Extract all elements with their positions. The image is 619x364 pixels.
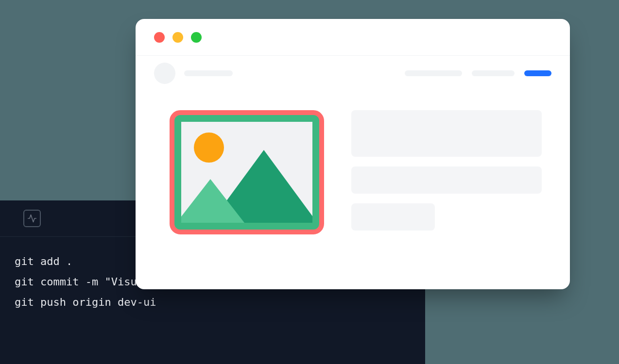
skeleton-block bbox=[351, 110, 542, 157]
close-icon[interactable] bbox=[154, 32, 165, 43]
skeleton-block bbox=[351, 203, 435, 231]
terminal-line: git push origin dev-ui bbox=[15, 292, 411, 313]
page-header bbox=[136, 56, 570, 91]
header-nav bbox=[405, 70, 551, 76]
mountain-icon bbox=[181, 179, 244, 223]
minimize-icon[interactable] bbox=[172, 32, 183, 43]
skeleton-block bbox=[351, 166, 542, 194]
page-content bbox=[136, 91, 570, 234]
image-placeholder bbox=[181, 122, 312, 223]
image-highlight-frame bbox=[170, 110, 324, 234]
skeleton-text bbox=[184, 70, 233, 76]
browser-titlebar bbox=[136, 19, 570, 56]
nav-link-skeleton[interactable] bbox=[405, 70, 462, 76]
content-skeletons bbox=[351, 110, 551, 234]
nav-link-skeleton[interactable] bbox=[472, 70, 515, 76]
zoom-icon[interactable] bbox=[191, 32, 202, 43]
activity-icon bbox=[23, 210, 41, 227]
nav-link-active[interactable] bbox=[524, 70, 551, 76]
browser-window bbox=[136, 19, 570, 289]
header-left bbox=[154, 63, 233, 84]
avatar bbox=[154, 63, 175, 84]
